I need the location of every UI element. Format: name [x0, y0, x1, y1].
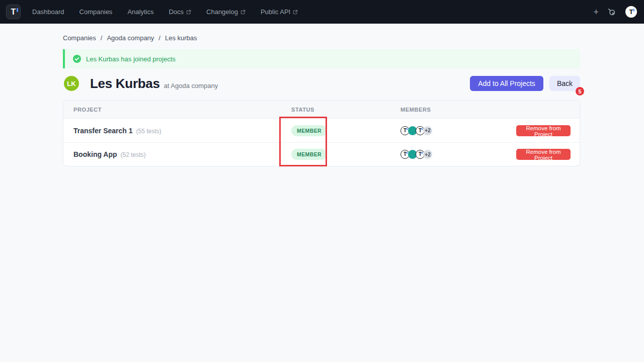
- navbar-right: + T: [593, 5, 638, 19]
- check-circle-icon: [73, 55, 81, 63]
- header-actions: Add to All Projects Back 5: [470, 76, 580, 91]
- members-cell: TT+2: [400, 150, 516, 159]
- remove-from-project-button[interactable]: Remove from Project: [516, 125, 571, 136]
- action-cell: Remove from Project: [516, 149, 580, 160]
- main-nav: Dashboard Companies Analytics Docs Chang…: [32, 8, 298, 16]
- user-avatar[interactable]: T: [624, 5, 638, 19]
- notification-badge: 5: [576, 87, 584, 96]
- status-cell: MEMBER: [291, 125, 400, 136]
- status-cell: MEMBER: [291, 149, 400, 160]
- brand-t-icon: T: [11, 8, 16, 16]
- nav-item-analytics[interactable]: Analytics: [127, 8, 153, 16]
- nav-item-docs[interactable]: Docs: [169, 8, 191, 16]
- status-badge: MEMBER: [291, 125, 327, 136]
- alert-message: Les Kurbas has joined projects: [86, 55, 176, 63]
- nav-item-changelog[interactable]: Changelog: [206, 8, 246, 16]
- projects-table: PROJECT STATUS MEMBERS Transfer Search 1…: [63, 100, 580, 166]
- title-wrap: Les Kurbas at Agoda company: [90, 76, 218, 92]
- external-link-icon: [293, 10, 298, 15]
- breadcrumb-separator: /: [101, 34, 103, 42]
- top-navbar: T Dashboard Companies Analytics Docs Cha…: [0, 0, 644, 24]
- page-subtitle: at Agoda company: [164, 82, 218, 89]
- status-badge: MEMBER: [291, 149, 327, 160]
- plus-icon[interactable]: +: [593, 8, 599, 17]
- nav-item-public-api[interactable]: Public API: [261, 8, 298, 16]
- external-link-icon: [186, 10, 191, 15]
- column-header-project: PROJECT: [63, 107, 291, 113]
- avatar-t-icon: T: [419, 128, 422, 133]
- app-logo[interactable]: T: [6, 5, 21, 19]
- column-header-status: STATUS: [291, 107, 400, 113]
- add-to-all-projects-button[interactable]: Add to All Projects: [470, 76, 543, 91]
- table-row: Transfer Search 1 (55 tests) MEMBER TT+2…: [63, 119, 580, 142]
- page-title: Les Kurbas: [90, 76, 160, 92]
- breadcrumb-item-1[interactable]: Companies: [63, 34, 96, 42]
- extra-members-badge[interactable]: +2: [423, 150, 432, 159]
- table-body: Transfer Search 1 (55 tests) MEMBER TT+2…: [63, 119, 580, 166]
- avatar-t-icon: T: [404, 152, 407, 157]
- column-header-members: MEMBERS: [400, 107, 516, 113]
- project-name: Booking App: [73, 150, 117, 158]
- project-cell: Transfer Search 1 (55 tests): [63, 127, 291, 135]
- remove-from-project-button[interactable]: Remove from Project: [516, 149, 571, 160]
- breadcrumb-item-3[interactable]: Les kurbas: [165, 34, 197, 42]
- extra-members-badge[interactable]: +2: [423, 126, 432, 135]
- external-link-icon: [240, 10, 246, 15]
- avatar-t-icon: T: [404, 128, 407, 133]
- search-icon[interactable]: [607, 8, 616, 16]
- breadcrumb-item-2[interactable]: Agoda company: [107, 34, 154, 42]
- table-row: Booking App (52 tests) MEMBER TT+2 Remov…: [63, 142, 580, 166]
- back-button[interactable]: Back: [549, 76, 580, 91]
- back-button-wrap: Back 5: [549, 76, 580, 91]
- avatar-t-icon: T: [629, 9, 633, 15]
- project-name: Transfer Search 1: [73, 127, 133, 135]
- success-alert: Les Kurbas has joined projects: [63, 49, 580, 68]
- breadcrumb: Companies/Agoda company/Les kurbas: [63, 34, 197, 42]
- project-tests-count: (52 tests): [121, 151, 146, 158]
- project-tests-count: (55 tests): [136, 128, 162, 135]
- project-cell: Booking App (52 tests): [63, 150, 291, 158]
- avatar-t-icon: T: [419, 152, 422, 157]
- nav-item-companies[interactable]: Companies: [79, 8, 113, 16]
- nav-item-dashboard[interactable]: Dashboard: [32, 8, 64, 16]
- page-header: LK Les Kurbas at Agoda company Add to Al…: [63, 74, 580, 93]
- action-cell: Remove from Project: [516, 125, 580, 136]
- member-avatar: LK: [64, 76, 79, 91]
- members-cell: TT+2: [400, 126, 516, 135]
- table-header-row: PROJECT STATUS MEMBERS: [63, 101, 580, 119]
- breadcrumb-separator: /: [158, 34, 160, 42]
